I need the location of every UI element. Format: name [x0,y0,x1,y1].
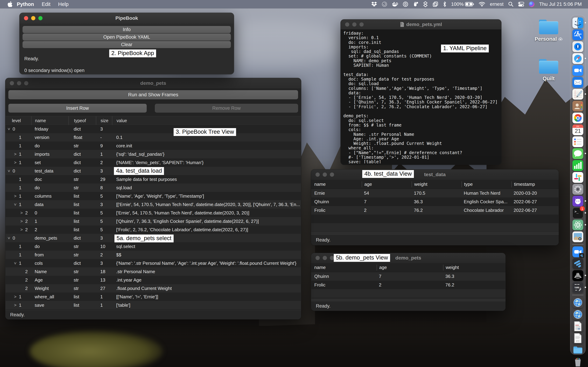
menu-clock[interactable]: Thu Jul 21 5:06 PM [539,1,582,7]
col-header-weight[interactable]: weight [412,181,461,187]
table-row[interactable]: Frolic276.2 [311,281,506,289]
chevron-down-icon[interactable]: > [7,169,11,173]
col-header-age[interactable]: age [377,265,443,271]
dock-item-safari-icon[interactable] [572,53,583,64]
dock-item-yaml-editor-icon[interactable]: YAML: [572,282,583,293]
menu-edit[interactable]: Edit [38,0,54,8]
dock-item-1password-icon[interactable] [572,41,583,52]
tree-row-save[interactable]: >1savelist1['table'] [5,301,301,309]
dock-item-web-link-2-icon[interactable] [572,309,583,320]
dock-item-books-app-icon[interactable] [572,270,583,281]
tree-row-version[interactable]: 1versionfloat-0.1 [5,133,301,142]
tree-row-0[interactable]: >20list5['Ernie', 54, 170.5, 'Human Tech… [5,209,301,217]
tree-row-data[interactable]: >1datalist3[['Ernie', 54, 170.5, 'Human … [5,200,301,209]
zero-circle-icon[interactable] [403,1,408,7]
folder-icon[interactable] [539,59,558,74]
dock-item-calendar-icon[interactable]: JUL21 [572,125,583,135]
dock-item-atom-icon[interactable] [572,219,583,230]
dock-item-system-preferences-icon[interactable] [572,184,583,195]
dock-item-pipebook-app-icon[interactable] [572,258,583,269]
dock-item-messages-icon[interactable] [572,148,583,159]
folder-icon[interactable] [539,20,558,34]
dock-item-contacts-icon[interactable] [572,101,583,111]
tree-row-cols[interactable]: >1colsdict3{'Name': '.str Personal Name'… [5,259,301,267]
menu-help[interactable]: Help [54,0,72,8]
tree-row-do[interactable]: 1dostr10sql.select [5,242,301,250]
menu-python[interactable]: Python [13,0,38,8]
dock-item-trash-icon[interactable] [572,357,583,367]
dock-item-finder-icon[interactable] [572,17,583,28]
zoom-button[interactable] [330,256,334,260]
tree-col-header-typeof[interactable]: typeof [69,116,96,125]
tree-titlebar[interactable]: demo_pets [5,78,301,88]
bluetooth-icon[interactable] [443,1,446,7]
col-header-name[interactable]: name [311,265,377,271]
col-header-name[interactable]: name [311,181,362,187]
dock-item-documents-folder-icon[interactable] [572,345,583,355]
chevron-right-icon[interactable]: > [20,227,24,232]
tree-row-doc[interactable]: 1docstr29Sample data for test purposes [5,175,301,184]
chevron-right-icon[interactable]: > [13,160,17,165]
dock-item-photo-window-icon[interactable] [572,231,583,242]
table-row-empty[interactable] [311,223,559,232]
zoom-button[interactable] [359,22,364,26]
chevron-right-icon[interactable]: > [13,303,17,308]
tree-col-header-size[interactable]: size [96,116,112,125]
apple-menu-icon[interactable] [7,1,13,7]
diamonds-icon[interactable] [423,1,428,7]
chevron-right-icon[interactable]: > [20,210,24,215]
menu-user[interactable]: ernest [490,1,503,7]
tree-row-imports[interactable]: >1importsdict1{'sql': 'dad_sql_pandas'} [5,150,301,158]
chevron-right-icon[interactable]: > [13,194,17,199]
tree-row-do[interactable]: 1dostr9core.init [5,142,301,150]
col-header-type[interactable]: type [461,181,511,187]
dock-item-notes-icon[interactable] [572,89,583,100]
scrollbar-track[interactable] [311,299,506,301]
chevron-down-icon[interactable]: > [7,127,11,131]
scrollbar-track[interactable] [311,232,559,234]
tree-row-1[interactable]: >21list5['Qhuinn', 7, 36.3, 'English Coc… [5,217,301,225]
col-header-timestamp[interactable]: timestamp [511,181,559,187]
battery-indicator[interactable]: 100% [451,1,474,7]
insert-row-button[interactable]: Insert Row [9,104,147,113]
desktop-folder-personal[interactable]: Personal [535,20,563,42]
tree-row-set[interactable]: >1setdict2{'NAME': 'demo_pets', 'SAPIENT… [5,158,301,167]
table-row[interactable]: Ernie54170.5Human Tech Nerd2020-03-20 [311,189,559,198]
siri-icon[interactable] [529,1,535,7]
docker-icon[interactable] [392,1,398,7]
spotlight-icon[interactable] [508,1,513,7]
col-header-weight[interactable]: weight [443,265,506,271]
tree-col-header-name[interactable]: name [31,116,69,125]
dock-item-github-desktop-icon[interactable] [572,196,583,207]
dropbox-icon[interactable] [371,1,377,7]
chevron-right-icon[interactable]: > [20,219,24,224]
tree-row-from[interactable]: 1fromstr2$$ [5,250,301,259]
tree-row-where_all[interactable]: >1where_alllist1[['Name', '!=', 'Ernie']… [5,292,301,301]
tree-row-do[interactable]: 1dostr8sql.load [5,184,301,192]
clear-button[interactable]: Clear [23,41,231,48]
table-row[interactable]: Qhuinn736.3 [311,272,506,281]
tree-row-Weight[interactable]: 2Weightstr27.float.pound Current Weight [5,284,301,292]
col-header-age[interactable]: age [362,181,412,187]
dock-item-numbers-icon[interactable] [572,160,583,171]
timemachine-icon[interactable] [382,1,387,7]
minimize-button[interactable] [323,173,327,177]
chevron-down-icon[interactable]: > [7,236,11,240]
table-row-empty[interactable] [311,215,559,223]
close-button[interactable] [345,22,349,26]
dock-item-document-file-icon[interactable] [572,321,583,332]
dock-item-reminders-icon[interactable] [572,136,583,147]
close-button[interactable] [316,173,320,177]
yaml-titlebar[interactable]: demo_pets.yml [341,19,501,29]
tree-row-Age[interactable]: 2Agestr13.int.year Age [5,276,301,284]
run-and-show-frames-button[interactable]: Run and Show Frames [9,90,298,99]
tree-row-columns[interactable]: >1columnslist5['Name', 'Age', 'Weight', … [5,192,301,200]
dock-item-zoom-icon[interactable] [572,65,583,76]
control-center-icon[interactable] [518,1,524,7]
dock-item-chrome-icon[interactable] [572,113,583,123]
stacks-icon[interactable] [432,1,438,7]
zoom-button[interactable] [38,16,43,20]
desktop-folder-quilt[interactable]: Quilt [535,59,563,82]
zoom-button[interactable] [24,81,28,85]
tree-col-header-value[interactable]: value [112,116,301,125]
